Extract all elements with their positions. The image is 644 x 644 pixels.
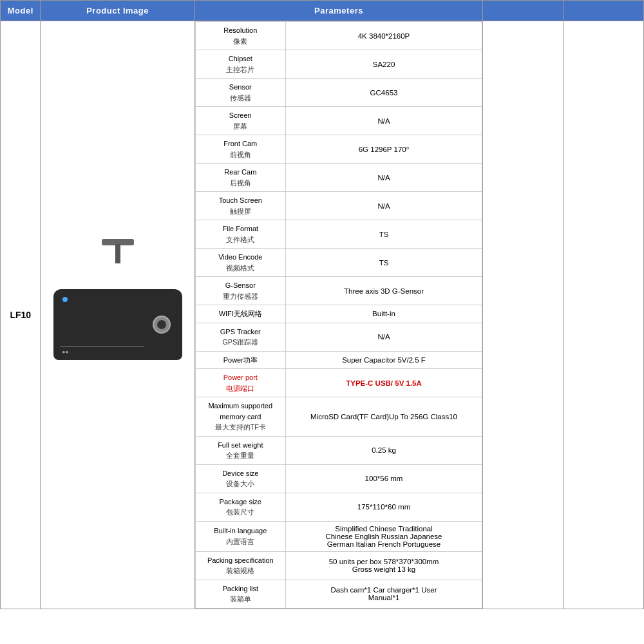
param-row-rear-cam: Rear Cam后视角N/A [195, 164, 482, 192]
param-value-language: Simplified Chinese Traditional Chinese E… [285, 521, 482, 551]
param-label-file-format: File Format文件格式 [195, 220, 285, 249]
param-row-g-sensor: G-Sensor重力传感器Three axis 3D G-Sensor [195, 277, 482, 305]
param-value-power: Super Capacitor 5V/2.5 F [285, 351, 482, 369]
param-row-power-port: Power port电源端口TYPE-C USB/ 5V 1.5A [195, 369, 482, 397]
param-label-rear-cam: Rear Cam后视角 [195, 164, 285, 192]
params-inner-table: Resolution像素4K 3840*2160PChipset主控芯片SA22… [195, 21, 482, 609]
param-value-file-format: TS [285, 220, 482, 249]
param-value-package-size: 175*110*60 mm [285, 493, 482, 521]
param-row-packing-list: Packing list装箱单Dash cam*1 Car charger*1 … [195, 580, 482, 608]
extra1-cell [483, 21, 564, 609]
param-row-weight: Full set weight全套重量0.25 kg [195, 436, 482, 464]
param-label-sensor: Sensor传感器 [195, 79, 285, 107]
param-value-touch-screen: N/A [285, 192, 482, 220]
param-value-packing-list: Dash cam*1 Car charger*1 User Manual*1 [285, 580, 482, 608]
param-row-power: Power功率Super Capacitor 5V/2.5 F [195, 351, 482, 369]
param-row-screen: Screen屏幕N/A [195, 107, 482, 135]
param-row-packing-spec: Packing specification装箱规格50 units per bo… [195, 551, 482, 580]
header-extra1 [483, 1, 564, 21]
param-label-device-size: Device size设备大小 [195, 464, 285, 493]
param-row-chipset: Chipset主控芯片SA220 [195, 50, 482, 79]
param-label-packing-list: Packing list装箱单 [195, 580, 285, 608]
led-indicator [62, 297, 68, 302]
param-label-gps: GPS TrackerGPS跟踪器 [195, 323, 285, 351]
header-extra2 [564, 1, 644, 21]
param-row-video-encode: Video Encode视频格式TS [195, 249, 482, 277]
param-row-front-cam: Front Cam前视角6G 1296P 170° [195, 135, 482, 164]
param-value-front-cam: 6G 1296P 170° [285, 135, 482, 164]
param-value-sensor: GC4653 [285, 79, 482, 107]
param-value-resolution: 4K 3840*2160P [285, 22, 482, 50]
param-label-chipset: Chipset主控芯片 [195, 50, 285, 79]
param-row-resolution: Resolution像素4K 3840*2160P [195, 22, 482, 50]
camera-lens [153, 316, 171, 334]
model-cell: LF10 [1, 21, 41, 609]
param-label-resolution: Resolution像素 [195, 22, 285, 50]
param-label-g-sensor: G-Sensor重力传感器 [195, 277, 285, 305]
dashcam-body: ●● [53, 289, 182, 360]
product-spec-table: Model Product Image Parameters LF10 [0, 0, 644, 609]
param-label-wifi: WIFI无线网络 [195, 305, 285, 323]
mount-pole [115, 244, 120, 263]
param-label-language: Built-in language内置语言 [195, 521, 285, 551]
param-row-file-format: File Format文件格式TS [195, 220, 482, 249]
param-label-touch-screen: Touch Screen触摸屏 [195, 192, 285, 220]
header-model: Model [1, 1, 41, 21]
params-cell: Resolution像素4K 3840*2160PChipset主控芯片SA22… [194, 21, 482, 609]
body-strip [60, 346, 144, 347]
param-value-rear-cam: N/A [285, 164, 482, 192]
param-row-touch-screen: Touch Screen触摸屏N/A [195, 192, 482, 220]
param-label-package-size: Package size包装尺寸 [195, 493, 285, 521]
param-row-package-size: Package size包装尺寸175*110*60 mm [195, 493, 482, 521]
header-params: Parameters [194, 1, 482, 21]
param-value-chipset: SA220 [285, 50, 482, 79]
param-row-language: Built-in language内置语言Simplified Chinese … [195, 521, 482, 551]
param-value-g-sensor: Three axis 3D G-Sensor [285, 277, 482, 305]
param-label-packing-spec: Packing specification装箱规格 [195, 551, 285, 580]
param-value-power-port: TYPE-C USB/ 5V 1.5A [285, 369, 482, 397]
param-row-sensor: Sensor传感器GC4653 [195, 79, 482, 107]
param-row-wifi: WIFI无线网络Buitt-in [195, 305, 482, 323]
param-label-screen: Screen屏幕 [195, 107, 285, 135]
param-value-wifi: Buitt-in [285, 305, 482, 323]
param-label-video-encode: Video Encode视频格式 [195, 249, 285, 277]
param-label-memory-card: Maximum supported memory card最大支持的TF卡 [195, 397, 285, 437]
extra2-cell [564, 21, 644, 609]
header-image: Product Image [41, 1, 194, 21]
param-label-front-cam: Front Cam前视角 [195, 135, 285, 164]
param-row-gps: GPS TrackerGPS跟踪器N/A [195, 323, 482, 351]
param-value-gps: N/A [285, 323, 482, 351]
body-logo: ●● [62, 349, 69, 355]
param-row-device-size: Device size设备大小100*56 mm [195, 464, 482, 493]
param-value-memory-card: MicroSD Card(TF Card)Up To 256G Class10 [285, 397, 482, 437]
param-label-power: Power功率 [195, 351, 285, 369]
param-row-memory-card: Maximum supported memory card最大支持的TF卡Mic… [195, 397, 482, 437]
param-value-screen: N/A [285, 107, 482, 135]
param-value-device-size: 100*56 mm [285, 464, 482, 493]
param-value-weight: 0.25 kg [285, 436, 482, 464]
param-label-weight: Full set weight全套重量 [195, 436, 285, 464]
param-label-power-port: Power port电源端口 [195, 369, 285, 397]
product-image-cell: ●● [41, 21, 194, 609]
param-value-packing-spec: 50 units per box 578*370*300mm Gross wei… [285, 551, 482, 580]
param-value-video-encode: TS [285, 249, 482, 277]
lens-inner [157, 320, 166, 329]
model-name: LF10 [10, 310, 31, 320]
